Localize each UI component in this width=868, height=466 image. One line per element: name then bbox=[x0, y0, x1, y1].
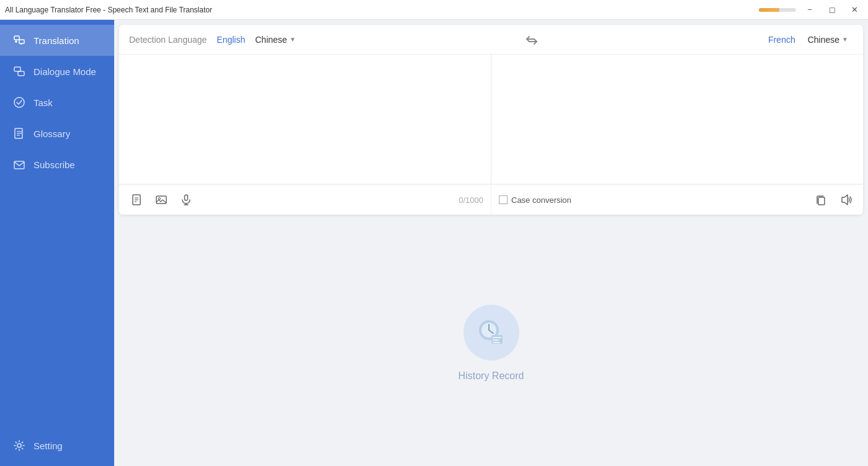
source-language-chinese-dropdown[interactable]: Chinese ▼ bbox=[250, 32, 300, 47]
svg-rect-3 bbox=[19, 40, 24, 43]
source-language-english[interactable]: English bbox=[212, 32, 250, 47]
minimize-button[interactable]: − bbox=[801, 3, 818, 17]
svg-rect-30 bbox=[493, 337, 501, 338]
target-language-chinese-dropdown[interactable]: Chinese ▼ bbox=[803, 32, 853, 47]
history-record-icon bbox=[475, 316, 508, 349]
svg-rect-32 bbox=[493, 342, 500, 343]
history-record-title: History Record bbox=[459, 370, 524, 382]
sidebar-item-task[interactable]: Task bbox=[0, 87, 114, 118]
translation-panel: Detection Language English Chinese ▼ bbox=[119, 25, 863, 215]
sidebar-label-dialogue: Dialogue Mode bbox=[34, 66, 96, 77]
microphone-button[interactable] bbox=[176, 190, 196, 210]
target-language-section: French Chinese ▼ bbox=[763, 32, 853, 47]
setting-icon bbox=[12, 439, 26, 452]
source-text-input[interactable] bbox=[127, 62, 483, 174]
sidebar-label-setting: Setting bbox=[34, 441, 63, 451]
translate-icon bbox=[12, 34, 26, 47]
history-icon-wrapper bbox=[463, 305, 519, 361]
svg-rect-6 bbox=[18, 71, 24, 76]
titlebar: All Language Translator Free - Speech Te… bbox=[0, 0, 868, 20]
svg-rect-20 bbox=[185, 195, 188, 200]
subscribe-icon bbox=[12, 158, 26, 171]
lang-divider bbox=[301, 30, 764, 50]
source-toolbar: 0/1000 bbox=[119, 184, 491, 215]
svg-point-13 bbox=[17, 444, 21, 447]
source-lang-chinese-label: Chinese bbox=[255, 35, 287, 45]
detect-language-label: Detection Language bbox=[129, 35, 207, 45]
svg-marker-24 bbox=[842, 195, 848, 205]
source-dropdown-arrow-icon: ▼ bbox=[290, 36, 296, 43]
sidebar-item-glossary[interactable]: Glossary bbox=[0, 118, 114, 149]
history-section: History Record bbox=[114, 220, 868, 466]
sidebar: Translation Dialogue Mode Task bbox=[0, 20, 114, 466]
svg-point-7 bbox=[14, 97, 24, 107]
task-icon bbox=[12, 96, 26, 109]
case-conversion-checkbox[interactable] bbox=[499, 195, 508, 204]
sound-button[interactable] bbox=[836, 190, 856, 210]
target-dropdown-arrow-icon: ▼ bbox=[842, 36, 848, 43]
language-bar: Detection Language English Chinese ▼ bbox=[119, 25, 863, 55]
app-layout: Translation Dialogue Mode Task bbox=[0, 20, 868, 466]
svg-rect-31 bbox=[493, 339, 499, 341]
sidebar-item-dialogue-mode[interactable]: Dialogue Mode bbox=[0, 56, 114, 87]
right-toolbar-actions bbox=[811, 190, 856, 210]
text-areas bbox=[119, 55, 863, 184]
copy-button[interactable] bbox=[811, 190, 831, 210]
target-text-area bbox=[491, 55, 863, 184]
close-button[interactable]: ✕ bbox=[846, 3, 863, 17]
svg-rect-18 bbox=[156, 196, 166, 204]
target-text-output[interactable] bbox=[499, 62, 856, 174]
sidebar-item-subscribe[interactable]: Subscribe bbox=[0, 149, 114, 180]
target-lang-chinese-label: Chinese bbox=[808, 35, 839, 45]
svg-point-19 bbox=[159, 198, 161, 200]
svg-rect-5 bbox=[14, 67, 20, 71]
target-language-french[interactable]: French bbox=[763, 32, 800, 47]
toolbar-actions bbox=[127, 190, 196, 210]
main-content: Detection Language English Chinese ▼ bbox=[114, 20, 868, 466]
sidebar-label-translation: Translation bbox=[34, 35, 79, 46]
restore-button[interactable]: ◻ bbox=[823, 3, 841, 17]
glossary-icon bbox=[12, 127, 26, 140]
dialogue-icon bbox=[12, 65, 26, 78]
sidebar-item-setting[interactable]: Setting bbox=[0, 430, 114, 461]
svg-rect-23 bbox=[818, 197, 825, 205]
svg-rect-12 bbox=[14, 161, 24, 169]
sidebar-label-task: Task bbox=[34, 97, 53, 108]
titlebar-title: All Language Translator Free - Speech Te… bbox=[5, 6, 212, 14]
case-conversion-section: Case conversion bbox=[499, 195, 571, 205]
bottom-toolbar-wrapper: 0/1000 Case conversion bbox=[119, 184, 863, 215]
sidebar-item-translation[interactable]: Translation bbox=[0, 25, 114, 56]
target-toolbar: Case conversion bbox=[491, 184, 863, 215]
titlebar-progress-bar bbox=[759, 8, 779, 12]
source-text-area bbox=[119, 55, 491, 184]
svg-rect-0 bbox=[14, 36, 19, 40]
swap-languages-button[interactable] bbox=[522, 30, 542, 50]
sidebar-label-glossary: Glossary bbox=[34, 128, 70, 139]
char-count: 0/1000 bbox=[459, 195, 483, 205]
document-button[interactable] bbox=[127, 190, 146, 210]
titlebar-progress bbox=[759, 8, 796, 12]
sidebar-label-subscribe: Subscribe bbox=[34, 159, 75, 170]
case-conversion-label: Case conversion bbox=[511, 195, 571, 205]
image-button[interactable] bbox=[151, 190, 171, 210]
